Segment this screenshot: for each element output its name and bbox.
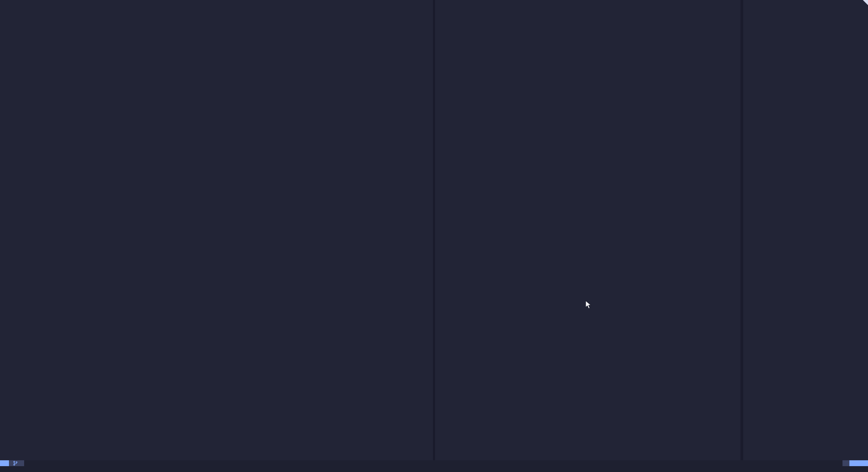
window-separator-2[interactable] [740, 0, 743, 460]
code-pane-flake-nix[interactable] [0, 0, 433, 460]
scroll-percent [842, 460, 849, 466]
command-line[interactable] [0, 466, 868, 472]
git-branch-icon [13, 461, 18, 466]
mouse-cursor [585, 300, 592, 310]
mode-indicator [0, 460, 9, 466]
neo-tree-panel[interactable] [743, 0, 868, 460]
cursor-position [849, 460, 868, 466]
neovim-window [0, 0, 868, 472]
statusline [0, 460, 868, 466]
folder-open-icon [747, 1, 753, 7]
code-pane-config-nix[interactable] [435, 0, 740, 460]
editor-area [0, 0, 868, 460]
corner-fold-icon [863, 0, 868, 5]
neo-tree-root[interactable] [743, 1, 868, 7]
git-branch[interactable] [9, 460, 24, 466]
